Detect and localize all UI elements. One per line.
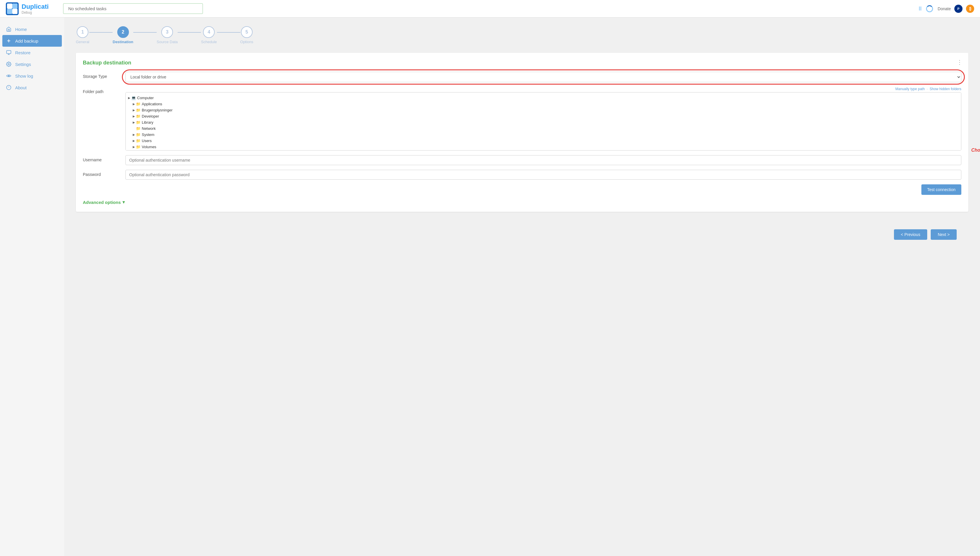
step-3: 3 Source Data xyxy=(157,26,178,44)
tree-item[interactable]: ▶📁Volumes xyxy=(126,144,961,150)
sidebar-label-about: About xyxy=(15,85,27,90)
loading-spinner xyxy=(926,5,933,12)
sidebar-item-home[interactable]: Home xyxy=(0,23,64,35)
advanced-options-toggle[interactable]: Advanced options ▾ xyxy=(83,200,961,205)
step-1: 1 General xyxy=(76,26,89,44)
step-5: 5 Options xyxy=(241,26,253,44)
app-subtitle: Debug xyxy=(22,11,49,15)
sidebar-label-settings: Settings xyxy=(15,62,31,67)
app-title: Duplicati xyxy=(22,3,49,11)
scheduled-tasks-box: No scheduled tasks xyxy=(63,3,203,14)
header-controls: ⏸ xyxy=(917,5,933,12)
svg-rect-7 xyxy=(7,50,11,54)
svg-rect-2 xyxy=(12,3,18,9)
folder-path-control-wrap: Manually type path · Show hidden folders… xyxy=(126,87,961,150)
step-circle-4: 4 xyxy=(203,26,215,38)
sidebar-item-add-backup[interactable]: Add backup xyxy=(2,35,62,47)
card-title: Backup destination xyxy=(83,60,961,66)
annotation-container: Choose destination type xyxy=(968,70,980,153)
sidebar-item-show-log[interactable]: Show log xyxy=(0,70,64,82)
step-4: 4 Schedule xyxy=(201,26,217,44)
tree-item[interactable]: ▶📁bin xyxy=(126,150,961,150)
storage-type-control-wrap: Local folder or drive xyxy=(126,72,961,82)
storage-type-label: Storage Type xyxy=(83,72,121,79)
svg-point-12 xyxy=(8,75,9,76)
password-input[interactable] xyxy=(126,170,961,180)
eye-icon xyxy=(6,73,12,79)
step-connector-1-2 xyxy=(89,32,113,33)
test-connection-button[interactable]: Test connection xyxy=(921,184,961,195)
step-circle-3: 3 xyxy=(161,26,173,38)
folder-hint: Manually type path · Show hidden folders xyxy=(126,87,961,91)
step-circle-5: 5 xyxy=(241,26,253,38)
username-row: Username xyxy=(83,155,961,165)
next-button[interactable]: Next > xyxy=(931,229,957,240)
sidebar-item-restore[interactable]: Restore xyxy=(0,47,64,58)
main-content: 1 General 2 Destination 3 Source Data xyxy=(64,18,980,556)
advanced-options-label: Advanced options xyxy=(83,200,121,205)
svg-point-10 xyxy=(8,64,10,65)
tree-item[interactable]: ▶📁Developer xyxy=(126,113,961,119)
folder-path-row: Folder path Manually type path · Show hi… xyxy=(83,87,961,150)
app-body: Home Add backup Restore xyxy=(0,18,980,556)
step-connector-4-5 xyxy=(217,32,241,33)
card-menu-button[interactable]: ⋮ xyxy=(957,59,962,66)
info-icon xyxy=(6,85,12,91)
folder-path-label: Folder path xyxy=(83,87,121,94)
header-center: No scheduled tasks xyxy=(63,3,913,14)
annotation-arrow-svg xyxy=(968,70,980,152)
folder-tree: ▶💻Computer▶📁Applications▶📁Brugeroplysnin… xyxy=(126,92,961,150)
step-label-4: Schedule xyxy=(201,40,217,44)
header: Duplicati Debug No scheduled tasks ⏸ Don… xyxy=(0,0,980,18)
show-hidden-folders-link[interactable]: Show hidden folders xyxy=(930,87,961,91)
pause-button[interactable]: ⏸ xyxy=(917,5,923,12)
monitor-icon xyxy=(6,50,12,55)
backup-destination-card: Backup destination ⋮ Storage Type Local … xyxy=(76,53,968,212)
step-connector-3-4 xyxy=(178,32,201,33)
previous-button[interactable]: < Previous xyxy=(894,229,927,240)
tree-item[interactable]: ▶📁Applications xyxy=(126,101,961,107)
username-control-wrap xyxy=(126,155,961,165)
paypal-icon[interactable]: P xyxy=(954,5,962,13)
tree-item[interactable]: ▶📁Brugeroplysninger xyxy=(126,107,961,113)
sidebar-label-restore: Restore xyxy=(15,50,31,55)
tree-item[interactable]: ▶📁Library xyxy=(126,119,961,125)
home-icon xyxy=(6,26,12,32)
gear-icon xyxy=(6,61,12,67)
test-connection-row: Test connection xyxy=(83,184,961,195)
bitcoin-icon[interactable]: ₿ xyxy=(966,5,974,13)
password-label: Password xyxy=(83,170,121,177)
tree-item[interactable]: ▶📁System xyxy=(126,132,961,138)
donate-link[interactable]: Donate xyxy=(938,6,951,11)
logo-text: Duplicati Debug xyxy=(22,3,49,15)
chevron-down-icon: ▾ xyxy=(123,200,125,205)
manually-type-path-link[interactable]: Manually type path xyxy=(895,87,925,91)
sidebar-label-home: Home xyxy=(15,27,27,32)
username-label: Username xyxy=(83,155,121,162)
storage-type-select[interactable]: Local folder or drive xyxy=(126,72,961,82)
tree-item[interactable]: ▶📁Users xyxy=(126,138,961,144)
logo-area: Duplicati Debug xyxy=(6,2,58,15)
password-control-wrap xyxy=(126,170,961,180)
storage-type-row: Storage Type Local folder or drive xyxy=(83,72,961,82)
nav-buttons: < Previous Next > xyxy=(76,229,968,240)
step-2: 2 Destination xyxy=(113,26,133,44)
folder-browser[interactable]: ▶💻Computer▶📁Applications▶📁Brugeroplysnin… xyxy=(126,92,961,150)
tree-item[interactable]: ▶💻Computer xyxy=(126,95,961,101)
svg-rect-4 xyxy=(12,9,18,14)
sidebar-label-add-backup: Add backup xyxy=(15,39,38,44)
step-label-3: Source Data xyxy=(157,40,178,44)
annotation-text: Choose destination type xyxy=(971,148,980,153)
sidebar-item-settings[interactable]: Settings xyxy=(0,58,64,70)
sidebar-item-about[interactable]: About xyxy=(0,82,64,93)
step-label-5: Options xyxy=(241,40,253,44)
steps-container: 1 General 2 Destination 3 Source Data xyxy=(76,26,968,44)
username-input[interactable] xyxy=(126,155,961,165)
app-logo xyxy=(6,2,19,15)
svg-rect-1 xyxy=(7,3,12,9)
svg-rect-3 xyxy=(7,9,12,14)
scheduled-tasks-text: No scheduled tasks xyxy=(68,6,107,11)
step-connector-2-3 xyxy=(133,32,157,33)
tree-item[interactable]: ▶📁Network xyxy=(126,125,961,132)
sidebar-label-show-log: Show log xyxy=(15,74,33,78)
